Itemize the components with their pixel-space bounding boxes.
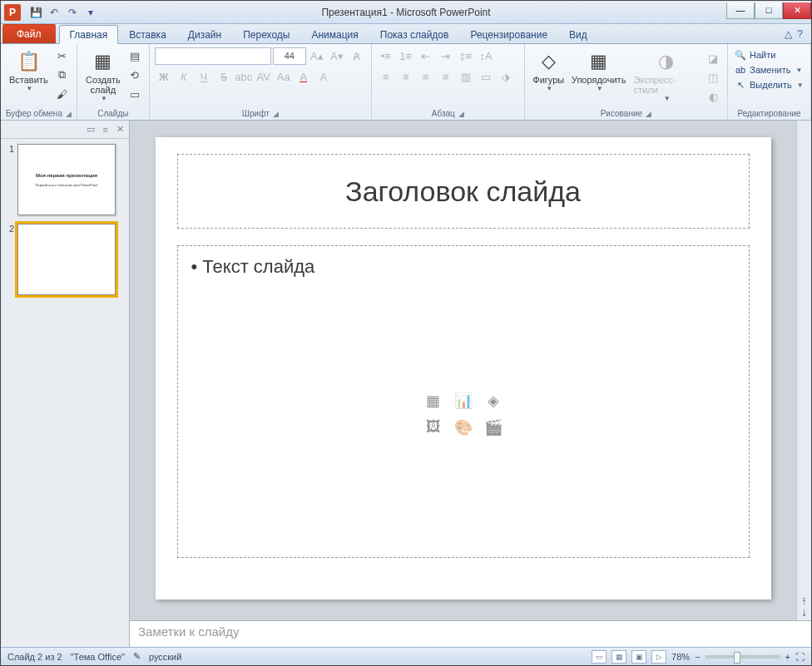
strike-icon[interactable]: S̶ <box>215 67 233 86</box>
section-icon[interactable]: ▭ <box>126 85 144 103</box>
copy-icon[interactable]: ⧉ <box>53 66 72 84</box>
insert-clipart-icon[interactable]: 🎨 <box>451 417 476 438</box>
tab-animations[interactable]: Анимация <box>300 25 369 43</box>
select-icon: ↖ <box>735 79 746 91</box>
tab-review[interactable]: Рецензирование <box>459 25 558 43</box>
find-button[interactable]: 🔍Найти <box>733 48 805 62</box>
insert-chart-icon[interactable]: 📊 <box>451 390 476 412</box>
content-area: ▭ ≡ ✕ 1 Моя первая презентация Первый ша… <box>1 121 811 647</box>
tab-home[interactable]: Главная <box>59 25 119 44</box>
italic-icon[interactable]: К <box>175 67 193 86</box>
fit-to-window-icon[interactable]: ⛶ <box>795 652 805 662</box>
shape-effects-icon[interactable]: ◐ <box>704 87 722 106</box>
cut-icon[interactable]: ✂ <box>53 47 72 65</box>
zoom-out-icon[interactable]: − <box>695 652 700 662</box>
align-right-icon[interactable]: ≡ <box>417 67 435 86</box>
tab-design[interactable]: Дизайн <box>177 25 232 43</box>
bullets-icon[interactable]: •≡ <box>377 47 395 65</box>
paste-button[interactable]: 📋 Вставить▼ <box>6 47 52 108</box>
zoom-in-icon[interactable]: + <box>785 652 790 662</box>
change-case-icon[interactable]: Aa <box>275 67 293 86</box>
drawing-dialog-icon[interactable]: ◢ <box>646 110 651 118</box>
increase-indent-icon[interactable]: ⇥ <box>437 47 455 65</box>
line-spacing-icon[interactable]: ‡≡ <box>457 47 475 65</box>
paragraph-dialog-icon[interactable]: ◢ <box>458 110 464 118</box>
layout-icon[interactable]: ▤ <box>126 47 144 65</box>
thumbnail-1[interactable]: 1 Моя первая презентация Первый шаг в бо… <box>4 144 126 215</box>
smartart-icon[interactable]: ⬗ <box>497 67 515 86</box>
insert-smartart-icon[interactable]: ◈ <box>481 390 506 412</box>
clipboard-dialog-icon[interactable]: ◢ <box>66 110 72 118</box>
numbering-icon[interactable]: 1≡ <box>397 47 415 65</box>
zoom-level[interactable]: 78% <box>671 652 690 662</box>
close-button[interactable]: ✕ <box>783 2 811 19</box>
align-center-icon[interactable]: ≡ <box>397 67 415 86</box>
zoom-slider[interactable] <box>706 655 780 659</box>
reset-icon[interactable]: ⟲ <box>126 66 144 84</box>
maximize-button[interactable]: □ <box>755 2 783 19</box>
shrink-font-icon[interactable]: A▾ <box>328 47 346 65</box>
underline-icon[interactable]: Ч <box>195 67 213 86</box>
align-text-icon[interactable]: ▭ <box>477 67 495 86</box>
decrease-indent-icon[interactable]: ⇤ <box>417 47 435 65</box>
text-direction-icon[interactable]: ↕A <box>477 47 495 65</box>
replace-button[interactable]: abЗаменить▼ <box>733 63 805 76</box>
help-icon[interactable]: ? <box>797 28 803 40</box>
format-painter-icon[interactable]: 🖌 <box>53 85 72 103</box>
spell-check-icon[interactable]: ✎ <box>133 651 141 662</box>
align-left-icon[interactable]: ≡ <box>377 67 395 86</box>
outline-tab-icon[interactable]: ≡ <box>103 125 108 135</box>
minimize-button[interactable]: — <box>726 2 755 19</box>
font-dialog-icon[interactable]: ◢ <box>273 110 279 118</box>
new-slide-button[interactable]: ▦ Создать слайд▼ <box>82 47 124 108</box>
clear-format-icon[interactable]: A̷ <box>348 47 366 65</box>
qat-more-icon[interactable]: ▾ <box>82 4 99 21</box>
reading-view-icon[interactable]: ▣ <box>631 650 646 664</box>
collapse-ribbon-icon[interactable]: △ <box>785 28 792 40</box>
quick-styles-button[interactable]: ◑ Экспресс-стили▼ <box>631 47 702 108</box>
arrange-button[interactable]: ▦ Упорядочить▼ <box>569 47 629 108</box>
next-slide-icon[interactable]: ⭳ <box>800 608 809 617</box>
slides-tab-icon[interactable]: ▭ <box>87 124 95 135</box>
close-panel-icon[interactable]: ✕ <box>116 124 124 135</box>
language-indicator[interactable]: русский <box>149 652 181 662</box>
slide-canvas[interactable]: Заголовок слайда Текст слайда ▦ 📊 ◈ 🖼 🎨 … <box>130 121 796 620</box>
highlight-icon[interactable]: A <box>314 67 333 86</box>
tab-file[interactable]: Файл <box>2 24 56 43</box>
tab-view[interactable]: Вид <box>558 25 598 43</box>
char-spacing-icon[interactable]: AV <box>255 67 273 86</box>
redo-icon[interactable]: ↷ <box>64 4 81 21</box>
ribbon: 📋 Вставить▼ ✂ ⧉ 🖌 Буфер обмена◢ ▦ Создат… <box>1 44 811 121</box>
theme-name: "Тема Office" <box>71 652 125 662</box>
tab-insert[interactable]: Вставка <box>118 25 177 43</box>
justify-icon[interactable]: ≡ <box>437 67 455 86</box>
columns-icon[interactable]: ▥ <box>457 67 475 86</box>
insert-picture-icon[interactable]: 🖼 <box>421 417 446 438</box>
content-placeholder[interactable]: Текст слайда ▦ 📊 ◈ 🖼 🎨 🎬 <box>177 245 750 558</box>
tab-slideshow[interactable]: Показ слайдов <box>369 25 460 43</box>
prev-slide-icon[interactable]: ⭱ <box>800 597 809 606</box>
quick-access-toolbar: 💾 ↶ ↷ ▾ <box>27 4 99 21</box>
vertical-scrollbar[interactable]: ⭱ ⭳ <box>796 121 811 620</box>
tab-transitions[interactable]: Переходы <box>232 25 300 43</box>
font-size-dropdown[interactable]: 44 <box>273 47 306 65</box>
title-placeholder[interactable]: Заголовок слайда <box>177 154 750 229</box>
shadow-icon[interactable]: abc <box>235 67 253 86</box>
shapes-button[interactable]: ◇ Фигуры▼ <box>530 47 567 108</box>
notes-pane[interactable]: Заметки к слайду <box>130 620 811 647</box>
slideshow-view-icon[interactable]: ▷ <box>651 650 666 664</box>
normal-view-icon[interactable]: ▭ <box>592 650 607 664</box>
thumbnail-2[interactable]: 2 <box>4 224 126 295</box>
shape-fill-icon[interactable]: ◪ <box>704 49 722 67</box>
shape-outline-icon[interactable]: ◫ <box>704 68 722 86</box>
insert-table-icon[interactable]: ▦ <box>421 390 446 412</box>
bold-icon[interactable]: Ж <box>155 67 173 86</box>
undo-icon[interactable]: ↶ <box>46 4 62 21</box>
select-button[interactable]: ↖Выделить▼ <box>733 78 805 91</box>
save-icon[interactable]: 💾 <box>27 4 44 21</box>
sorter-view-icon[interactable]: ▦ <box>611 650 626 664</box>
grow-font-icon[interactable]: A▴ <box>308 47 326 65</box>
insert-media-icon[interactable]: 🎬 <box>481 417 506 438</box>
font-color-icon[interactable]: A <box>295 67 313 86</box>
font-family-dropdown[interactable] <box>155 47 271 65</box>
